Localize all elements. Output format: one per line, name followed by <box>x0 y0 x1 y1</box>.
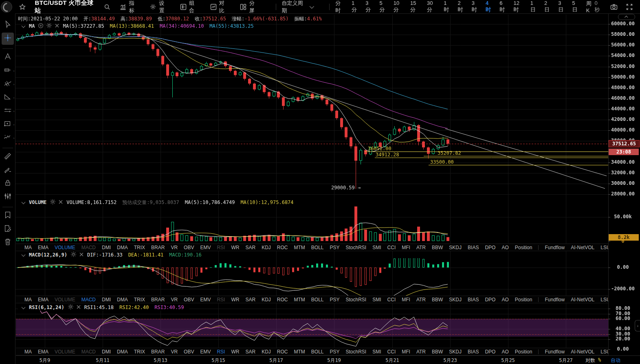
tab-BOLL[interactable]: BOLL <box>311 245 324 250</box>
chevron-down-icon[interactable] <box>22 200 26 204</box>
tab-MA[interactable]: MA <box>24 349 32 355</box>
tab-TRIX[interactable]: TRIX <box>134 297 145 303</box>
tab-AO[interactable]: AO <box>501 349 508 355</box>
tab-DMA[interactable]: DMA <box>117 245 128 250</box>
parallel-tool[interactable]: › <box>2 105 14 117</box>
tab-AI-NetVOL[interactable]: AI-NetVOL <box>571 297 594 303</box>
tab-MA[interactable]: MA <box>24 245 32 250</box>
adjust-tool[interactable] <box>2 191 14 203</box>
tab-Fundflow[interactable]: Fundflow <box>545 349 565 355</box>
tab-OBV[interactable]: OBV <box>184 297 194 303</box>
log-scale[interactable]: 对数 <box>585 357 595 364</box>
tab-WR[interactable]: WR <box>231 297 239 303</box>
ruler-tool[interactable] <box>2 151 14 163</box>
tab-DMI[interactable]: DMI <box>102 297 111 303</box>
tab-Fundflow[interactable]: Fundflow <box>545 245 565 250</box>
tab-ROC[interactable]: ROC <box>277 349 288 355</box>
timeframe-周K[interactable]: 周K <box>586 0 595 13</box>
screenshot-camera-icon[interactable] <box>610 3 618 11</box>
timeframe-3日[interactable]: 3日 <box>558 0 566 13</box>
menu-combo[interactable]: 组合 <box>180 0 199 14</box>
tab-PSY[interactable]: PSY <box>330 245 340 250</box>
timeframe-1分[interactable]: 1分 <box>352 0 359 13</box>
tab-ATR[interactable]: ATR <box>416 297 426 303</box>
tab-AO[interactable]: AO <box>501 245 508 250</box>
tab-BRAR[interactable]: BRAR <box>151 245 165 250</box>
cursor-tool[interactable] <box>2 19 14 31</box>
tab-DMA[interactable]: DMA <box>117 297 128 303</box>
timeframe-3分[interactable]: 3分 <box>365 0 373 13</box>
eye-icon[interactable] <box>38 23 44 30</box>
tab-SMI[interactable]: SMI <box>372 297 381 303</box>
tab-LSUR[interactable]: LSUR <box>600 245 608 250</box>
gear-icon[interactable] <box>50 199 56 206</box>
tab-MFI[interactable]: MFI <box>402 245 410 250</box>
gear-icon[interactable] <box>70 251 77 259</box>
tab-MTM[interactable]: MTM <box>294 297 305 303</box>
tab-MA[interactable]: MA <box>24 297 32 303</box>
tab-DPO[interactable]: DPO <box>485 245 495 250</box>
tab-TRIX[interactable]: TRIX <box>134 349 145 355</box>
tab-MTM[interactable]: MTM <box>294 245 305 250</box>
tab-AO[interactable]: AO <box>501 297 508 303</box>
tab-BBW[interactable]: BBW <box>432 245 443 250</box>
timeframe-30分[interactable]: 30分 <box>427 0 438 13</box>
segment-tool[interactable]: › <box>2 65 14 77</box>
tab-CCI[interactable]: CCI <box>387 349 396 355</box>
gear-icon[interactable] <box>46 22 52 30</box>
pane-expand-button[interactable]: › <box>635 320 640 331</box>
tab-DMA[interactable]: DMA <box>117 349 128 355</box>
tab-Position[interactable]: Position <box>515 245 532 250</box>
auto-scale[interactable]: 自动 <box>611 357 620 364</box>
timeframe-分时[interactable]: 分时 <box>335 0 345 14</box>
tab-RSI[interactable]: RSI <box>217 349 225 355</box>
tab-VOLUME[interactable]: VOLUME <box>55 349 75 355</box>
tab-SKDJ[interactable]: SKDJ <box>449 297 462 303</box>
tab-WR[interactable]: WR <box>231 349 239 355</box>
fullscreen-icon[interactable] <box>626 3 633 11</box>
tab-ATR[interactable]: ATR <box>416 245 426 250</box>
tab-WR[interactable]: WR <box>231 245 239 250</box>
search-icon[interactable] <box>103 3 110 11</box>
timeframe-10分[interactable]: 10分 <box>394 0 404 13</box>
timeframe-12时[interactable]: 12时 <box>514 0 524 13</box>
tab-SAR[interactable]: SAR <box>245 245 255 250</box>
chevron-down-icon[interactable] <box>22 24 26 28</box>
tab-AI-NetVOL[interactable]: AI-NetVOL <box>571 349 594 355</box>
timeframe-5分[interactable]: 5分 <box>380 0 387 13</box>
timeframe-15分[interactable]: 15分 <box>410 0 421 13</box>
tab-BRAR[interactable]: BRAR <box>151 297 165 303</box>
tab-VR[interactable]: VR <box>171 297 178 303</box>
tab-StochRSI[interactable]: StochRSI <box>346 349 367 355</box>
tab-EMA[interactable]: EMA <box>38 245 48 250</box>
tab-Position[interactable]: Position <box>515 297 532 303</box>
percent-scale[interactable]: % <box>598 357 601 363</box>
close-icon[interactable] <box>79 252 84 258</box>
tab-SKDJ[interactable]: SKDJ <box>449 245 462 250</box>
tab-VR[interactable]: VR <box>171 245 178 250</box>
tab-CCI[interactable]: CCI <box>387 297 396 303</box>
tab-BBW[interactable]: BBW <box>432 349 443 355</box>
close-icon[interactable] <box>55 23 59 29</box>
tab-LSUR[interactable]: LSUR <box>600 297 608 303</box>
tab-PSY[interactable]: PSY <box>330 297 340 303</box>
app-logo[interactable] <box>0 0 13 13</box>
tab-KDJ[interactable]: KDJ <box>262 245 271 250</box>
custom-period-dropdown[interactable]: 自定义周期 <box>282 0 313 14</box>
tab-DMI[interactable]: DMI <box>102 245 111 250</box>
trendline-tool[interactable]: › <box>2 78 14 90</box>
tab-VR[interactable]: VR <box>171 349 178 355</box>
tab-BIAS[interactable]: BIAS <box>468 245 479 250</box>
tab-AI-NetVOL[interactable]: AI-NetVOL <box>571 245 594 250</box>
tab-ROC[interactable]: ROC <box>277 245 288 250</box>
tab-MTM[interactable]: MTM <box>294 349 305 355</box>
menu-compare[interactable]: 对比 <box>210 0 229 14</box>
favorite-star-icon[interactable] <box>19 3 26 11</box>
timeframe-2时[interactable]: 2时 <box>458 0 466 13</box>
tab-RSI[interactable]: RSI <box>217 297 225 303</box>
date-axis[interactable]: 5月95月115月135月155月175月195月215月235月255月27对… <box>16 355 640 364</box>
close-icon[interactable] <box>76 305 81 311</box>
tab-BIAS[interactable]: BIAS <box>468 297 479 303</box>
tab-KDJ[interactable]: KDJ <box>262 349 271 355</box>
chevron-down-icon[interactable] <box>22 252 26 257</box>
